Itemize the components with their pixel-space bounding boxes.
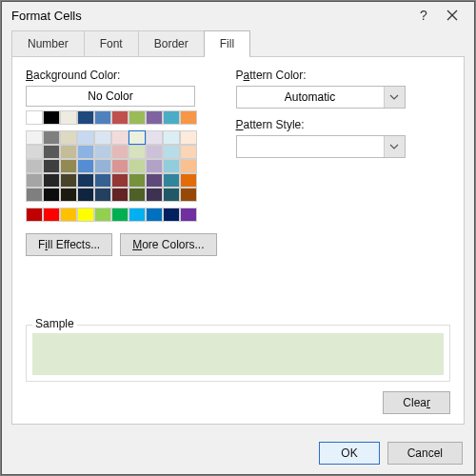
color-swatch[interactable] [94, 145, 111, 159]
color-swatch[interactable] [129, 110, 146, 125]
color-swatch[interactable] [163, 188, 180, 202]
color-swatch[interactable] [77, 130, 94, 145]
color-swatch[interactable] [146, 188, 163, 202]
color-swatch[interactable] [94, 173, 111, 188]
color-swatch[interactable] [129, 208, 146, 222]
close-button[interactable] [438, 10, 466, 21]
color-swatch[interactable] [163, 130, 180, 145]
color-swatch[interactable] [146, 110, 163, 125]
fill-panel: Background Color: No Color Fill Effects.… [11, 56, 465, 425]
cancel-button[interactable]: Cancel [387, 442, 463, 465]
color-swatch[interactable] [26, 110, 43, 125]
close-icon [446, 10, 458, 21]
color-swatch[interactable] [43, 110, 60, 125]
tab-number[interactable]: Number [11, 30, 85, 56]
color-swatch[interactable] [129, 145, 146, 159]
color-swatch[interactable] [60, 173, 77, 188]
color-swatch[interactable] [163, 208, 180, 222]
color-swatch[interactable] [129, 159, 146, 173]
color-swatch[interactable] [180, 110, 197, 125]
color-swatch[interactable] [60, 188, 77, 202]
color-swatch[interactable] [111, 208, 129, 222]
fill-effects-button[interactable]: Fill Effects... [26, 233, 112, 256]
color-swatch[interactable] [77, 145, 94, 159]
color-swatch[interactable] [163, 110, 180, 125]
pattern-style-combo[interactable] [236, 135, 406, 158]
pattern-color-combo[interactable]: Automatic [236, 86, 406, 109]
color-swatch[interactable] [43, 130, 60, 145]
color-swatch[interactable] [94, 110, 111, 125]
color-swatch[interactable] [146, 159, 163, 173]
chevron-down-icon [384, 136, 405, 157]
color-swatch[interactable] [60, 130, 77, 145]
color-swatch[interactable] [77, 110, 94, 125]
color-swatch[interactable] [111, 188, 129, 202]
sample-label: Sample [32, 317, 77, 330]
color-swatch[interactable] [111, 130, 129, 145]
left-column: Background Color: No Color Fill Effects.… [26, 69, 217, 256]
color-swatch[interactable] [111, 173, 129, 188]
color-swatch[interactable] [111, 159, 129, 173]
color-swatch[interactable] [180, 130, 197, 145]
right-column: Pattern Color: Automatic Pattern Style: [236, 69, 450, 256]
color-swatch[interactable] [43, 159, 60, 173]
color-swatch[interactable] [26, 130, 43, 145]
color-swatch[interactable] [26, 208, 43, 222]
color-swatch[interactable] [146, 145, 163, 159]
dialog-title: Format Cells [11, 9, 409, 23]
color-swatch[interactable] [77, 208, 94, 222]
help-button[interactable]: ? [409, 8, 438, 23]
color-swatch[interactable] [94, 188, 111, 202]
color-swatch[interactable] [146, 130, 163, 145]
color-swatch[interactable] [94, 159, 111, 173]
tab-fill[interactable]: Fill [204, 30, 250, 56]
color-swatch[interactable] [94, 208, 111, 222]
color-swatch[interactable] [60, 110, 77, 125]
color-swatch[interactable] [77, 173, 94, 188]
color-swatch[interactable] [60, 208, 77, 222]
color-swatch[interactable] [180, 173, 197, 188]
color-swatch[interactable] [163, 159, 180, 173]
color-swatch[interactable] [77, 188, 94, 202]
color-swatch[interactable] [60, 145, 77, 159]
color-swatch[interactable] [26, 173, 43, 188]
titlebar: Format Cells ? [2, 2, 474, 29]
color-swatch[interactable] [111, 110, 129, 125]
color-swatch[interactable] [129, 188, 146, 202]
more-colors-button[interactable]: More Colors... [120, 233, 216, 256]
pattern-color-label: Pattern Color: [236, 69, 450, 82]
color-swatch[interactable] [180, 208, 197, 222]
ok-button[interactable]: OK [319, 442, 379, 465]
color-swatch[interactable] [180, 188, 197, 202]
color-swatch[interactable] [60, 159, 77, 173]
color-swatch[interactable] [26, 145, 43, 159]
no-color-button[interactable]: No Color [26, 86, 195, 107]
chevron-down-icon [384, 87, 405, 108]
color-swatch[interactable] [180, 159, 197, 173]
color-swatch[interactable] [43, 173, 60, 188]
pattern-style-value [237, 136, 384, 157]
color-swatch[interactable] [111, 145, 129, 159]
tabs: Number Font Border Fill [11, 30, 465, 56]
clear-button[interactable]: Clear [383, 391, 450, 414]
tab-border[interactable]: Border [138, 30, 205, 56]
color-swatch[interactable] [129, 130, 146, 145]
color-swatch[interactable] [43, 188, 60, 202]
dialog-footer: OK Cancel [2, 434, 474, 474]
color-swatch[interactable] [146, 173, 163, 188]
color-swatch[interactable] [77, 159, 94, 173]
color-swatch[interactable] [146, 208, 163, 222]
color-swatch[interactable] [94, 130, 111, 145]
color-swatch[interactable] [43, 145, 60, 159]
color-swatch[interactable] [43, 208, 60, 222]
color-swatch[interactable] [129, 173, 146, 188]
color-swatch[interactable] [26, 188, 43, 202]
color-swatch[interactable] [163, 173, 180, 188]
color-swatch[interactable] [26, 159, 43, 173]
color-swatch[interactable] [163, 145, 180, 159]
sample-swatch [32, 333, 444, 375]
theme-colors-grid [26, 110, 217, 222]
color-swatch[interactable] [180, 145, 197, 159]
bg-color-label: Background Color: [26, 69, 217, 82]
tab-font[interactable]: Font [84, 30, 139, 56]
